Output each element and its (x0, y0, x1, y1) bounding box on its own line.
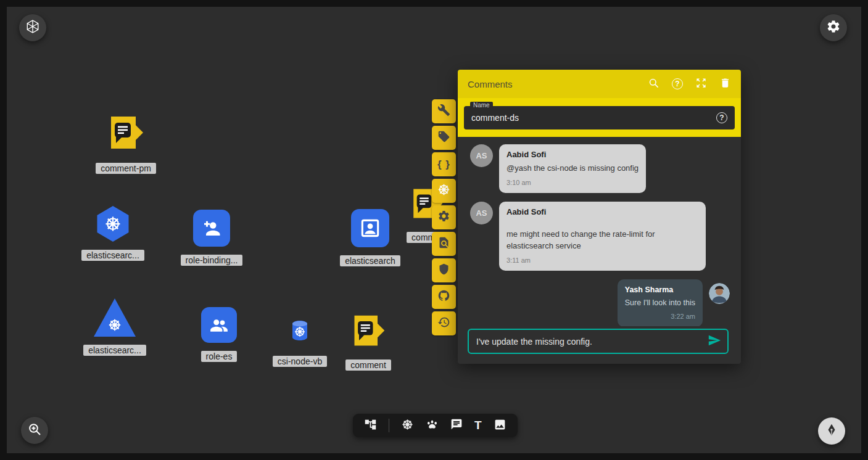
tag-icon (437, 130, 450, 146)
kubernetes-triangle-icon (94, 298, 136, 337)
node-label: comment-pm (96, 163, 156, 174)
avatar (709, 283, 730, 304)
users-icon (201, 307, 237, 343)
node-label: role-es (201, 351, 238, 362)
node-context-toolbar: { } (432, 99, 456, 335)
message-time: 3:22 am (625, 312, 695, 322)
message-text: me might need to change the rate-limit f… (506, 229, 698, 252)
zoom-button[interactable] (21, 417, 48, 444)
find-in-page-icon (437, 236, 450, 252)
node-label: csi-node-vb (273, 356, 327, 367)
zoom-in-icon (27, 422, 42, 439)
comments-panel-header: Comments ? (458, 70, 741, 98)
settings-tool-button[interactable] (432, 205, 456, 229)
kubernetes-icon[interactable] (401, 418, 414, 433)
text-tool-icon[interactable]: T (474, 419, 482, 432)
avatar: AS (470, 202, 493, 224)
node-role-binding[interactable]: role-binding... (175, 210, 249, 266)
message-text: @yash the csi-node is missing config (506, 163, 639, 175)
trash-icon[interactable] (719, 77, 731, 91)
node-label: elasticsearch (340, 255, 400, 266)
search-icon[interactable] (648, 77, 659, 91)
node-comment[interactable]: comment (331, 312, 405, 371)
settings-button[interactable] (820, 14, 847, 41)
node-elasticsearch-hex[interactable]: elasticsearc... (76, 206, 150, 261)
avatar: AS (470, 144, 493, 167)
panel-title: Comments (468, 79, 648, 89)
gear-icon (437, 210, 450, 225)
kubernetes-icon (437, 183, 451, 199)
node-label: comment (345, 359, 391, 371)
send-icon (708, 334, 721, 349)
bottom-dock: T (353, 414, 518, 437)
node-label: elasticsearc... (81, 250, 144, 261)
comment-node-icon (350, 312, 387, 351)
history-icon (437, 316, 450, 331)
meshery-logo-button[interactable] (19, 14, 46, 41)
pen-tool-button[interactable] (818, 417, 845, 445)
tag-tool-button[interactable] (432, 126, 456, 150)
help-icon[interactable]: ? (716, 112, 727, 123)
meshery-logo-icon (25, 19, 40, 36)
dock-divider (389, 419, 389, 432)
comment-composer (468, 329, 729, 354)
expand-icon[interactable] (695, 77, 707, 91)
comment-icon[interactable] (450, 418, 463, 433)
name-field-band: Name comment-ds ? (458, 98, 741, 137)
chat-message: AS Aabid Sofi me might need to change th… (470, 202, 732, 271)
pen-icon (825, 423, 838, 439)
message-author: Aabid Sofi (506, 207, 698, 218)
comment-composer-input[interactable] (476, 337, 701, 347)
security-tool-button[interactable] (432, 258, 456, 282)
message-time: 3:10 am (506, 178, 639, 188)
message-text: Sure I'll look into this (625, 297, 695, 308)
meshmap-app-window: comment-pm elasticsearc... role-binding.… (0, 0, 868, 460)
name-field[interactable]: Name comment-ds ? (464, 106, 735, 129)
chat-bubble: Yash Sharma Sure I'll look into this 3:2… (618, 279, 703, 326)
shield-icon (437, 263, 450, 278)
flowchart-icon[interactable] (364, 418, 377, 433)
image-icon[interactable] (494, 418, 506, 433)
wrench-tool-button[interactable] (432, 99, 456, 123)
kubernetes-hexagon-icon (95, 206, 131, 242)
name-field-value: comment-ds (471, 113, 716, 123)
history-tool-button[interactable] (432, 311, 456, 335)
chat-bubble: Aabid Sofi me might need to change the r… (499, 202, 706, 271)
chat-message: Yash Sharma Sure I'll look into this 3:2… (470, 279, 732, 326)
name-field-label: Name (470, 102, 493, 109)
braces-icon: { } (437, 158, 450, 171)
wrench-icon (437, 104, 450, 119)
node-role-es[interactable]: role-es (182, 307, 256, 362)
inspect-tool-button[interactable] (432, 232, 456, 256)
help-icon[interactable]: ? (672, 78, 683, 89)
kubernetes-cylinder-icon (291, 320, 309, 343)
node-label: elasticsearc... (83, 345, 146, 356)
message-author: Yash Sharma (625, 284, 695, 295)
user-plus-icon (193, 210, 230, 247)
config-json-button[interactable]: { } (432, 152, 456, 176)
github-tool-button[interactable] (432, 285, 456, 309)
kubernetes-tool-button[interactable] (432, 179, 456, 203)
gear-icon (826, 19, 841, 36)
chat-bubble: Aabid Sofi @yash the csi-node is missing… (499, 144, 646, 193)
node-label: role-binding... (181, 255, 243, 266)
node-comment-pm[interactable]: comment-pm (89, 113, 163, 174)
send-button[interactable] (708, 334, 721, 349)
node-elasticsearch[interactable]: elasticsearch (333, 209, 407, 266)
message-author: Aabid Sofi (506, 149, 639, 161)
chat-message: AS Aabid Sofi @yash the csi-node is miss… (470, 144, 732, 193)
message-time: 3:11 am (506, 256, 698, 266)
comment-node-icon (106, 113, 146, 155)
comments-thread: AS Aabid Sofi @yash the csi-node is miss… (458, 137, 741, 326)
paw-icon[interactable] (426, 418, 439, 433)
badge-user-icon (351, 209, 389, 247)
github-icon (437, 289, 450, 305)
node-csi-node-vb[interactable]: csi-node-vb (263, 320, 337, 367)
comments-panel: Comments ? Name comment-ds ? AS Aabid So… (458, 70, 741, 364)
node-elasticsearch-tri[interactable]: elasticsearc... (78, 298, 152, 356)
